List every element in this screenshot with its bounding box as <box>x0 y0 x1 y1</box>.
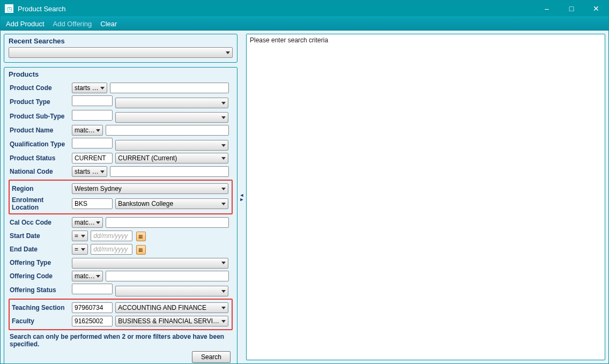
products-panel: Products Product Code starts with Produc… <box>4 67 237 364</box>
content-area: Recent Searches Products Product Code st… <box>1 31 608 363</box>
product-name-input[interactable] <box>106 125 229 136</box>
chevron-down-icon <box>221 262 226 264</box>
teaching-section-dropdown[interactable]: ACCOUNTING AND FINANCE <box>115 302 228 313</box>
chevron-down-icon <box>81 235 85 237</box>
chevron-down-icon <box>96 275 100 278</box>
splitter-right-icon: ► <box>240 197 244 202</box>
chevron-down-icon <box>96 129 100 132</box>
titlebar: ◳ Product Search – □ ✕ <box>1 1 608 17</box>
faculty-dropdown[interactable]: BUSINESS & FINANCIAL SERVICES <box>115 316 228 326</box>
recent-searches-title: Recent Searches <box>4 34 237 46</box>
products-title: Products <box>4 68 237 79</box>
product-code-input[interactable] <box>110 83 229 93</box>
chevron-down-icon <box>221 203 226 205</box>
window-buttons: – □ ✕ <box>534 1 608 17</box>
menubar: Add Product Add Offering Clear <box>1 17 608 31</box>
label-product-status: Product Status <box>9 152 72 164</box>
product-type-dropdown[interactable] <box>115 98 228 108</box>
label-cal-occ-code: Cal Occ Code <box>9 217 72 228</box>
label-region: Region <box>11 183 72 195</box>
search-button[interactable]: Search <box>192 351 231 363</box>
highlight-region-location: Region Western Sydney Enrolment Location… <box>9 180 233 214</box>
chevron-down-icon <box>221 144 226 147</box>
chevron-down-icon <box>221 102 226 105</box>
chevron-down-icon <box>221 188 226 190</box>
chevron-down-icon <box>221 116 226 119</box>
highlight-teaching-faculty: Teaching Section ACCOUNTING AND FINANCE … <box>9 299 233 330</box>
chevron-down-icon <box>96 221 100 224</box>
chevron-down-icon <box>100 170 105 173</box>
start-date-input[interactable] <box>91 231 132 241</box>
product-status-code-input[interactable] <box>72 153 113 164</box>
window-title: Product Search <box>18 5 534 13</box>
chevron-down-icon <box>221 307 226 309</box>
chevron-down-icon <box>221 290 226 293</box>
recent-searches-panel: Recent Searches <box>4 34 237 63</box>
qualification-type-dropdown[interactable] <box>115 140 228 151</box>
qualification-type-code-input[interactable] <box>72 138 113 148</box>
label-enrolment-location: Enrolment Location <box>11 196 72 211</box>
close-button[interactable]: ✕ <box>584 1 608 17</box>
results-panel: Please enter search criteria <box>246 34 605 360</box>
menu-add-product[interactable]: Add Product <box>6 20 44 28</box>
left-panel: Recent Searches Products Product Code st… <box>4 34 237 360</box>
enrolment-location-dropdown[interactable]: Bankstown College <box>115 198 228 209</box>
chevron-down-icon <box>81 248 85 251</box>
start-date-operator[interactable]: = <box>72 231 88 241</box>
menu-add-offering[interactable]: Add Offering <box>53 20 92 28</box>
label-offering-code: Offering Code <box>9 270 72 282</box>
product-subtype-code-input[interactable] <box>72 110 113 121</box>
label-end-date: End Date <box>9 243 72 255</box>
calendar-icon[interactable]: ▦ <box>136 232 146 241</box>
label-product-subtype: Product Sub-Type <box>9 110 72 123</box>
menu-clear[interactable]: Clear <box>100 20 117 28</box>
cal-occ-operator[interactable]: matches <box>72 217 103 228</box>
chevron-down-icon <box>100 87 105 90</box>
app-icon: ◳ <box>5 4 13 13</box>
enrolment-location-code-input[interactable] <box>72 198 113 209</box>
cal-occ-input[interactable] <box>106 217 229 228</box>
recent-searches-dropdown[interactable] <box>9 47 233 58</box>
splitter[interactable]: ◄ ► <box>240 34 244 360</box>
label-teaching-section: Teaching Section <box>11 302 72 314</box>
offering-code-operator[interactable]: matches <box>72 271 103 281</box>
end-date-operator[interactable]: = <box>72 244 88 255</box>
region-dropdown[interactable]: Western Sydney <box>72 183 228 194</box>
calendar-icon[interactable]: ▦ <box>136 245 146 255</box>
national-code-input[interactable] <box>110 166 229 177</box>
label-product-code: Product Code <box>9 82 72 94</box>
maximize-button[interactable]: □ <box>559 1 584 17</box>
end-date-input[interactable] <box>91 244 132 255</box>
minimize-button[interactable]: – <box>534 1 559 17</box>
chevron-down-icon <box>221 157 226 160</box>
national-code-operator[interactable]: starts with <box>72 166 107 177</box>
product-status-dropdown[interactable]: CURRENT (Current) <box>115 153 228 164</box>
product-subtype-dropdown[interactable] <box>115 112 228 123</box>
label-offering-status: Offering Status <box>9 284 72 296</box>
label-qualification-type: Qualification Type <box>9 138 72 151</box>
products-form: Product Code starts with Product Type <box>9 80 233 179</box>
faculty-code-input[interactable] <box>72 316 113 326</box>
chevron-down-icon <box>221 320 226 323</box>
help-text: Search can only be performed when 2 or m… <box>9 331 233 348</box>
label-product-name: Product Name <box>9 124 72 136</box>
label-faculty: Faculty <box>11 315 72 327</box>
product-name-operator[interactable]: matches <box>72 125 103 136</box>
label-national-code: National Code <box>9 166 72 177</box>
product-code-operator[interactable]: starts with <box>72 83 107 93</box>
label-product-type: Product Type <box>9 95 72 108</box>
offering-type-dropdown[interactable] <box>72 258 228 269</box>
offering-status-code-input[interactable] <box>72 284 113 294</box>
results-message: Please enter search criteria <box>250 36 328 44</box>
offering-status-dropdown[interactable] <box>115 286 228 296</box>
label-start-date: Start Date <box>9 230 72 242</box>
teaching-section-code-input[interactable] <box>72 302 113 313</box>
chevron-down-icon <box>226 51 230 54</box>
product-type-code-input[interactable] <box>72 95 113 106</box>
offering-code-input[interactable] <box>106 271 229 281</box>
label-offering-type: Offering Type <box>9 257 72 269</box>
